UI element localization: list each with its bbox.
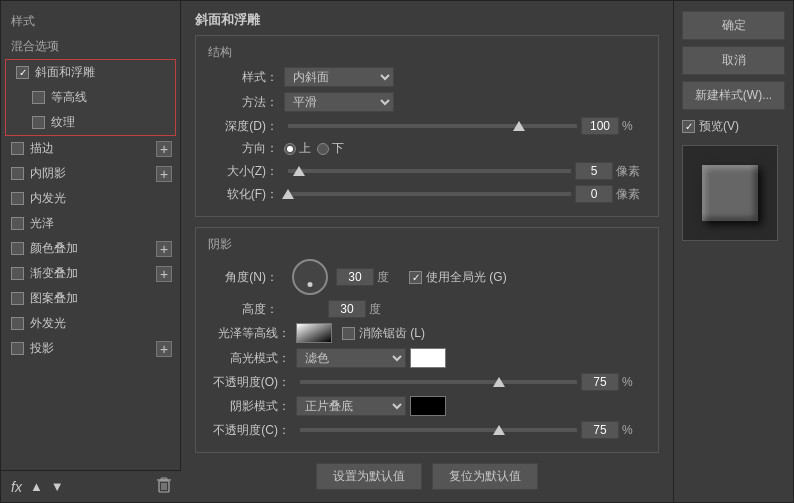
shadow-opacity-slider[interactable] xyxy=(296,428,581,432)
plus-drop-shadow[interactable]: + xyxy=(156,341,172,357)
plus-stroke[interactable]: + xyxy=(156,141,172,157)
plus-gradient-overlay[interactable]: + xyxy=(156,266,172,282)
depth-unit: % xyxy=(622,119,646,133)
shadow-color-swatch[interactable] xyxy=(410,396,446,416)
fx-label: fx xyxy=(11,479,22,495)
checkbox-satin[interactable] xyxy=(11,217,24,230)
reset-default-button[interactable]: 复位为默认值 xyxy=(432,463,538,490)
highlight-opacity-label: 不透明度(O)： xyxy=(208,374,290,391)
highlight-opacity-input[interactable] xyxy=(581,373,619,391)
highlight-mode-row: 高光模式： 滤色 正常 正片叠底 xyxy=(208,348,646,368)
main-panel: 斜面和浮雕 结构 样式： 内斜面 外斜面 浮雕效果 枕状浮雕 描边浮雕 方法： … xyxy=(181,1,673,502)
layer-item-color-overlay[interactable]: 颜色叠加 + xyxy=(1,236,180,261)
depth-input[interactable] xyxy=(581,117,619,135)
plus-inner-shadow[interactable]: + xyxy=(156,166,172,182)
size-label: 大小(Z)： xyxy=(208,163,278,180)
checkbox-drop-shadow[interactable] xyxy=(11,342,24,355)
checkbox-gradient-overlay[interactable] xyxy=(11,267,24,280)
layer-label-satin: 光泽 xyxy=(30,215,54,232)
layer-label-stroke: 描边 xyxy=(30,140,54,157)
radio-down[interactable]: 下 xyxy=(317,140,344,157)
size-slider-area[interactable] xyxy=(284,169,575,173)
radio-up-circle xyxy=(284,143,296,155)
method-select[interactable]: 平滑 雕刻清晰 雕刻柔和 xyxy=(284,92,394,112)
angle-label: 角度(N)： xyxy=(208,269,278,286)
shadow-opacity-unit: % xyxy=(622,423,646,437)
checkbox-outer-glow[interactable] xyxy=(11,317,24,330)
highlight-mode-select[interactable]: 滤色 正常 正片叠底 xyxy=(296,348,406,368)
method-row: 方法： 平滑 雕刻清晰 雕刻柔和 xyxy=(208,92,646,112)
ok-button[interactable]: 确定 xyxy=(682,11,785,40)
checkbox-inner-shadow[interactable] xyxy=(11,167,24,180)
gloss-preview[interactable] xyxy=(296,323,332,343)
layer-item-stroke[interactable]: 描边 + xyxy=(1,136,180,161)
move-up-icon[interactable]: ▲ xyxy=(30,479,43,494)
global-light-checkbox[interactable] xyxy=(409,271,422,284)
shadow-mode-select[interactable]: 正片叠底 正常 滤色 xyxy=(296,396,406,416)
checkbox-contour[interactable] xyxy=(32,91,45,104)
style-select[interactable]: 内斜面 外斜面 浮雕效果 枕状浮雕 描边浮雕 xyxy=(284,67,394,87)
size-unit: 像素 xyxy=(616,163,646,180)
shadow-section: 阴影 角度(N)： 度 使用全局光 (G) 高度： 度 xyxy=(195,227,659,453)
svg-rect-5 xyxy=(161,478,167,480)
radio-down-circle xyxy=(317,143,329,155)
shadow-opacity-input[interactable] xyxy=(581,421,619,439)
cancel-button[interactable]: 取消 xyxy=(682,46,785,75)
global-light-row: 使用全局光 (G) xyxy=(409,269,507,286)
right-panel: 确定 取消 新建样式(W)... 预览(V) xyxy=(673,1,793,502)
angle-row: 角度(N)： 度 使用全局光 (G) xyxy=(208,259,646,295)
checkbox-color-overlay[interactable] xyxy=(11,242,24,255)
checkbox-stroke[interactable] xyxy=(11,142,24,155)
checkbox-bevel[interactable] xyxy=(16,66,29,79)
set-default-button[interactable]: 设置为默认值 xyxy=(316,463,422,490)
layer-item-bevel[interactable]: 斜面和浮雕 xyxy=(6,60,175,85)
layer-item-inner-glow[interactable]: 内发光 xyxy=(1,186,180,211)
antialias-row: 消除锯齿 (L) xyxy=(342,325,425,342)
plus-color-overlay[interactable]: + xyxy=(156,241,172,257)
layer-label-texture: 纹理 xyxy=(51,114,75,131)
shadow-mode-label: 阴影模式： xyxy=(208,398,290,415)
new-style-button[interactable]: 新建样式(W)... xyxy=(682,81,785,110)
direction-label: 方向： xyxy=(208,140,278,157)
delete-icon[interactable] xyxy=(157,477,171,496)
layer-item-inner-shadow[interactable]: 内阴影 + xyxy=(1,161,180,186)
blending-options-item[interactable]: 混合选项 xyxy=(1,34,180,57)
angle-deg: 度 xyxy=(377,269,401,286)
layer-label-contour: 等高线 xyxy=(51,89,87,106)
layer-item-satin[interactable]: 光泽 xyxy=(1,211,180,236)
layer-item-texture[interactable]: 纹理 xyxy=(6,110,175,135)
size-input[interactable] xyxy=(575,162,613,180)
angle-dial[interactable] xyxy=(292,259,328,295)
checkbox-texture[interactable] xyxy=(32,116,45,129)
layer-label-inner-glow: 内发光 xyxy=(30,190,66,207)
soften-slider-area[interactable] xyxy=(284,192,575,196)
layer-item-gradient-overlay[interactable]: 渐变叠加 + xyxy=(1,261,180,286)
highlight-opacity-slider[interactable] xyxy=(296,380,581,384)
checkbox-pattern-overlay[interactable] xyxy=(11,292,24,305)
layer-item-drop-shadow[interactable]: 投影 + xyxy=(1,336,180,361)
preview-checkbox[interactable] xyxy=(682,120,695,133)
checkbox-inner-glow[interactable] xyxy=(11,192,24,205)
preview-label: 预览(V) xyxy=(699,118,739,135)
layer-label-gradient-overlay: 渐变叠加 xyxy=(30,265,78,282)
dial-dot xyxy=(308,282,313,287)
move-down-icon[interactable]: ▼ xyxy=(51,479,64,494)
main-bottom-buttons: 设置为默认值 复位为默认值 xyxy=(195,463,659,490)
preview-box xyxy=(682,145,778,241)
layer-item-contour[interactable]: 等高线 xyxy=(6,85,175,110)
direction-row: 方向： 上 下 xyxy=(208,140,646,157)
depth-slider-area[interactable] xyxy=(284,124,581,128)
radio-up[interactable]: 上 xyxy=(284,140,311,157)
angle-input[interactable] xyxy=(336,268,374,286)
soften-input[interactable] xyxy=(575,185,613,203)
altitude-input[interactable] xyxy=(328,300,366,318)
style-row: 样式： 内斜面 外斜面 浮雕效果 枕状浮雕 描边浮雕 xyxy=(208,67,646,87)
antialias-checkbox[interactable] xyxy=(342,327,355,340)
altitude-row: 高度： 度 xyxy=(208,300,646,318)
layer-item-pattern-overlay[interactable]: 图案叠加 xyxy=(1,286,180,311)
layer-item-outer-glow[interactable]: 外发光 xyxy=(1,311,180,336)
layer-label-outer-glow: 外发光 xyxy=(30,315,66,332)
highlight-color-swatch[interactable] xyxy=(410,348,446,368)
highlight-opacity-track xyxy=(300,380,577,384)
shadow-opacity-thumb xyxy=(493,425,505,435)
